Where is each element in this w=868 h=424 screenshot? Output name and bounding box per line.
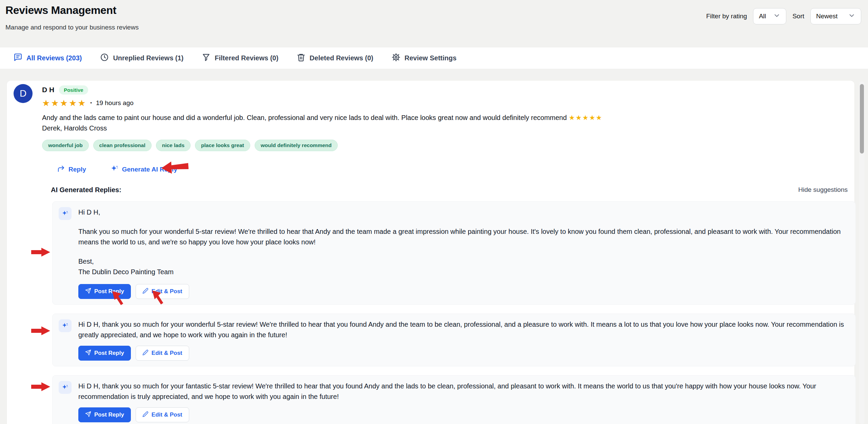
post-reply-button[interactable]: Post Reply xyxy=(78,284,131,299)
edit-and-post-button[interactable]: Edit & Post xyxy=(136,284,189,299)
rating-filter-value: All xyxy=(759,13,766,20)
scrollbar-thumb[interactable] xyxy=(860,84,864,154)
sort-value: Newest xyxy=(816,13,837,20)
toolbar: Filter by rating All Sort Newest xyxy=(706,8,861,24)
edit-and-post-label: Edit & Post xyxy=(152,350,182,356)
star-rating: ★★★★★ xyxy=(42,99,87,107)
edit-and-post-button[interactable]: Edit & Post xyxy=(136,407,189,422)
sort-label: Sort xyxy=(792,13,804,20)
review-main: D H Positive ★★★★★ · 19 hours ago Andy a… xyxy=(42,85,848,424)
suggestion-actions: Post Reply Edit & Post xyxy=(78,346,849,361)
reply-arrow-icon xyxy=(57,165,65,175)
tab-label: All Reviews (203) xyxy=(26,54,82,62)
filter-by-rating-label: Filter by rating xyxy=(706,13,747,20)
rating-filter-select[interactable]: All xyxy=(753,8,786,24)
keyword-tag: clean professional xyxy=(93,140,152,151)
tab-label: Filtered Reviews (0) xyxy=(215,54,278,62)
page-title: Reviews Management xyxy=(5,3,139,18)
sort-select[interactable]: Newest xyxy=(810,8,861,24)
ai-replies-heading: AI Generated Replies: xyxy=(51,186,121,194)
chevron-down-icon xyxy=(848,12,855,21)
signoff-line1: Best, xyxy=(78,256,849,267)
tab-review-settings[interactable]: Review Settings xyxy=(392,53,456,63)
review-text-line1: Andy and the lads came to paint our hous… xyxy=(42,114,567,121)
suggestion-signoff: Best, The Dublin Deco Painting Team xyxy=(78,256,849,277)
tab-label: Deleted Reviews (0) xyxy=(310,54,373,62)
chevron-down-icon xyxy=(773,12,781,21)
post-reply-label: Post Reply xyxy=(94,412,124,418)
funnel-icon xyxy=(202,53,211,63)
pencil-icon xyxy=(142,411,149,418)
tab-label: Unreplied Reviews (1) xyxy=(113,54,183,62)
post-reply-label: Post Reply xyxy=(94,350,124,356)
send-icon xyxy=(85,411,91,418)
review-card: D D H Positive ★★★★★ · 19 hours ago Andy… xyxy=(7,81,854,424)
suggestion-body: Hi D H, thank you so much for your fanta… xyxy=(78,381,849,422)
generate-ai-reply-button[interactable]: Generate AI Reply xyxy=(111,165,177,175)
scrollbar-track[interactable] xyxy=(859,81,865,424)
tab-label: Review Settings xyxy=(405,54,456,62)
page-header: Reviews Management Manage and respond to… xyxy=(0,0,868,31)
reply-button[interactable]: Reply xyxy=(57,165,86,175)
ai-sparkle-icon xyxy=(59,381,72,394)
review-timestamp: 19 hours ago xyxy=(96,99,134,107)
pencil-icon xyxy=(142,288,149,295)
dot-separator: · xyxy=(90,99,93,107)
edit-and-post-label: Edit & Post xyxy=(152,412,182,418)
gear-icon xyxy=(392,53,400,63)
keyword-tags: wonderful job clean professional nice la… xyxy=(42,140,848,151)
clock-icon xyxy=(100,53,109,63)
suggestion-body: Hi D H, thank you so much for your wonde… xyxy=(78,319,849,361)
ai-sparkle-icon xyxy=(59,319,72,332)
post-reply-button[interactable]: Post Reply xyxy=(78,346,131,361)
post-reply-button[interactable]: Post Reply xyxy=(78,407,131,422)
ai-suggestion: Hi D H, thank you so much for your wonde… xyxy=(52,314,856,366)
keyword-tag: wonderful job xyxy=(42,140,89,151)
keyword-tag: would definitely recommend xyxy=(255,140,338,151)
tab-unreplied-reviews[interactable]: Unreplied Reviews (1) xyxy=(100,53,183,63)
keyword-tag: nice lads xyxy=(156,140,191,151)
reply-label: Reply xyxy=(68,166,86,173)
reviewer-name: D H xyxy=(42,86,54,94)
review-header: D H Positive xyxy=(42,85,848,95)
suggestion-text: Hi D H, thank you so much for your fanta… xyxy=(78,381,849,402)
keyword-tag: place looks great xyxy=(195,140,250,151)
title-block: Reviews Management Manage and respond to… xyxy=(5,3,139,31)
suggestion-actions: Post Reply Edit & Post xyxy=(78,284,849,299)
hide-suggestions-link[interactable]: Hide suggestions xyxy=(798,186,848,194)
inline-stars: ★★★★★ xyxy=(569,114,603,121)
suggestion-text: Hi D H, thank you so much for your wonde… xyxy=(78,319,849,340)
ai-suggestion: Hi D H, thank you so much for your fanta… xyxy=(52,375,856,424)
suggestion-text: Thank you so much for your wonderful 5-s… xyxy=(78,226,849,247)
pencil-icon xyxy=(142,349,149,357)
edit-and-post-label: Edit & Post xyxy=(152,288,182,294)
generate-ai-reply-label: Generate AI Reply xyxy=(122,166,177,173)
ai-replies-header: AI Generated Replies: Hide suggestions xyxy=(51,186,848,194)
suggestion-actions: Post Reply Edit & Post xyxy=(78,407,849,422)
suggestion-body: Hi D H, Thank you so much for your wonde… xyxy=(78,207,849,299)
ai-suggestions-list: Hi D H, Thank you so much for your wonde… xyxy=(52,201,856,424)
signoff-line2: The Dublin Deco Painting Team xyxy=(78,267,849,277)
review-text: Andy and the lads came to paint our hous… xyxy=(42,113,839,134)
tab-strip: All Reviews (203) Unreplied Reviews (1) … xyxy=(0,47,868,69)
ai-sparkle-icon xyxy=(59,207,72,220)
sparkle-icon xyxy=(111,165,119,175)
reply-actions: Reply Generate AI Reply xyxy=(57,165,848,175)
avatar: D xyxy=(14,84,33,103)
edit-and-post-button[interactable]: Edit & Post xyxy=(136,346,189,361)
page-subtitle: Manage and respond to your business revi… xyxy=(5,24,139,31)
rating-row: ★★★★★ · 19 hours ago xyxy=(42,98,848,108)
trash-icon xyxy=(297,53,305,63)
tab-deleted-reviews[interactable]: Deleted Reviews (0) xyxy=(297,53,373,63)
tab-all-reviews[interactable]: All Reviews (203) xyxy=(14,53,82,63)
post-reply-label: Post Reply xyxy=(94,288,124,294)
send-icon xyxy=(85,288,91,295)
chat-icon xyxy=(14,53,22,63)
suggestion-greeting: Hi D H, xyxy=(78,207,849,218)
ai-suggestion: Hi D H, Thank you so much for your wonde… xyxy=(52,201,856,305)
review-text-line2: Derek, Harolds Cross xyxy=(42,124,107,132)
tab-filtered-reviews[interactable]: Filtered Reviews (0) xyxy=(202,53,278,63)
send-icon xyxy=(85,349,91,357)
sentiment-badge: Positive xyxy=(59,85,88,95)
